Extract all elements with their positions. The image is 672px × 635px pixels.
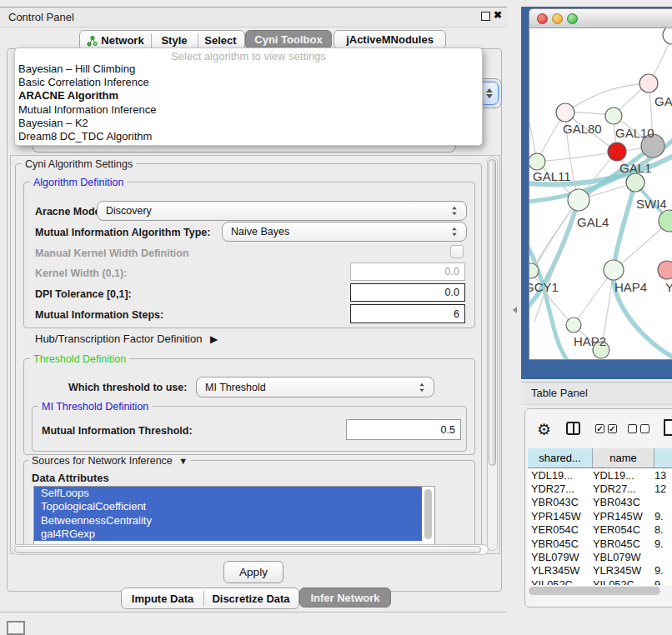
aracne-mode-label: Aracne Mode: [35,206,104,218]
list-vertical-scrollbar[interactable] [424,489,432,539]
kernel-width-field[interactable]: 0.0 [350,262,465,281]
table-row[interactable]: YBR043C YBR043C [528,496,672,509]
expand-arrow-icon: ▼ [178,456,188,466]
table-row[interactable]: YLR345W YLR345W 9. [528,564,672,578]
dpi-tolerance-label: DPI Tolerance [0,1]: [35,288,132,300]
sources-title-text: Sources for Network Inference [32,455,173,467]
node-label: Y [665,280,672,294]
algorithm-dropdown-popup: Select algorithm to view settings Bayesi… [14,48,483,146]
mi-algorithm-type-combo[interactable]: Naive Bayes [222,222,467,242]
new-table-icon[interactable] [664,419,672,436]
network-window-titlebar[interactable] [529,9,672,28]
minimized-panel-icon[interactable] [7,621,25,635]
node-label: GAL [654,94,672,108]
close-panel-icon[interactable]: ✖ [494,9,502,21]
window-close-button[interactable] [537,13,548,24]
network-window[interactable]: GAL GAL80 GAL10 GAL1 GAL11 GAL4 SWI4 GCY… [529,8,672,360]
settings-horizontal-scrollbar-thumb[interactable] [14,546,481,553]
table-row[interactable]: YBL079W YBL079W [528,550,672,563]
sources-group-title[interactable]: Sources for Network Inference ▼ [28,455,191,467]
tab-jactivemnodules[interactable]: jActiveMNodules [333,30,446,49]
column-header-name[interactable]: name [593,448,654,468]
table-row[interactable]: YIL052C YIL052C 9 [528,578,672,585]
spinner-down-icon [486,94,493,98]
application-window: Control Panel ✖ Network Style [0,0,672,635]
mi-steps-value: 6 [454,308,459,320]
node-label: GAL11 [533,169,571,183]
dpi-tolerance-field[interactable]: 0.0 [350,283,465,302]
node-label: HAP4 [614,280,647,294]
spinner-up-icon [452,228,457,231]
mi-steps-label: Mutual Information Steps: [35,309,163,321]
spinner-down-icon [452,233,457,237]
select-all-columns-icon[interactable]: ✓✓ [595,424,617,433]
tab-impute-data[interactable]: Impute Data [122,588,203,608]
float-panel-icon[interactable] [481,12,490,21]
tab-cyni-toolbox[interactable]: Cyni Toolbox [245,30,332,49]
network-node [639,74,658,92]
table-row[interactable]: YPR145W YPR145W 9. [528,509,672,522]
node-label: GAL10 [615,126,654,140]
tab-infer-network-label: Infer Network [310,592,379,604]
tab-discretize-data[interactable]: Discretize Data [203,588,298,608]
tab-infer-network[interactable]: Infer Network [299,588,391,608]
splitter-collapse-icon[interactable] [513,307,517,313]
manual-kernel-width-label: Manual Kernel Width Definition [35,248,189,259]
window-minimize-button[interactable] [552,13,563,24]
network-node [626,173,644,192]
tab-divider [198,33,198,48]
spinner-down-icon [452,212,457,216]
tab-impute-data-label: Impute Data [132,592,193,605]
window-zoom-button[interactable] [567,13,578,24]
list-item[interactable]: gal4RGexp [34,528,422,541]
table-row[interactable]: YER054C YER054C 8. [528,523,672,537]
settings-horizontal-scrollbar[interactable] [12,544,489,555]
manual-kernel-width-checkbox[interactable] [450,245,464,258]
settings-vertical-scrollbar-thumb[interactable] [489,159,496,466]
hub-section-toggle[interactable]: Hub/Transcription Factor Definition ▶ [35,332,218,345]
dropdown-item[interactable]: Basic Correlation Inference [15,76,482,89]
mi-threshold-label: Mutual Information Threshold: [42,425,193,437]
control-panel-titlebar[interactable] [0,7,507,28]
dropdown-item[interactable]: Bayesian – Hill Climbing [15,62,482,76]
panel-splitter[interactable] [507,0,521,635]
settings-vertical-scrollbar[interactable] [487,157,498,551]
apply-button[interactable]: Apply [223,561,283,583]
network-node [556,103,574,122]
node-label: SWI4 [636,197,667,211]
aracne-mode-combo[interactable]: Discovery [97,201,467,221]
node-label: GCY1 [529,280,559,294]
dropdown-item-selected[interactable]: ARACNE Algorithm [15,89,482,102]
table-horizontal-scrollbar[interactable] [528,586,667,596]
dropdown-item[interactable]: Mutual Information Inference [15,103,482,117]
list-item[interactable]: TopologicalCoefficient [34,500,422,513]
algorithm-definition-title: Algorithm Definition [30,177,127,188]
network-canvas[interactable]: GAL GAL80 GAL10 GAL1 GAL11 GAL4 SWI4 GCY… [529,28,672,360]
mi-threshold-group-title: MI Threshold Definition [38,401,152,412]
mi-threshold-field[interactable]: 0.5 [346,419,461,440]
which-threshold-label: Which threshold to use: [68,382,187,393]
which-threshold-combo[interactable]: MI Threshold [196,377,434,398]
table-row[interactable]: YDL19... YDL19... 13 [528,468,672,482]
aracne-mode-value: Discovery [106,205,448,217]
mi-steps-field[interactable]: 6 [350,304,465,323]
node-label: GAL80 [563,122,602,136]
column-header-shared-name[interactable]: shared... [528,448,593,468]
table-row[interactable]: YBR045C YBR045C 9. [528,537,672,550]
column-header-partial[interactable] [654,448,672,468]
deselect-all-columns-icon[interactable] [628,424,649,433]
dropdown-item[interactable]: Bayesian – K2 [15,117,482,130]
node-table: shared... name YDL19... YDL19... 13 YDR2… [528,448,672,585]
network-icon [87,35,98,47]
node-label: GAL4 [577,215,609,229]
spinner-down-icon [419,388,424,392]
table-horizontal-scrollbar-thumb[interactable] [529,587,660,595]
list-item[interactable]: SelfLoops [34,487,422,500]
table-row[interactable]: YDR27... YDR27... 12 [528,482,672,495]
table-settings-gear-icon[interactable]: ⚙ [537,420,551,439]
split-columns-icon[interactable] [566,422,580,435]
list-item[interactable]: BetweennessCentrality [34,514,422,528]
data-attributes-list[interactable]: SelfLoops TopologicalCoefficient Between… [33,486,435,545]
dropdown-item[interactable]: Dream8 DC_TDC Algorithm [15,130,482,143]
tab-style-label: Style [161,34,187,47]
